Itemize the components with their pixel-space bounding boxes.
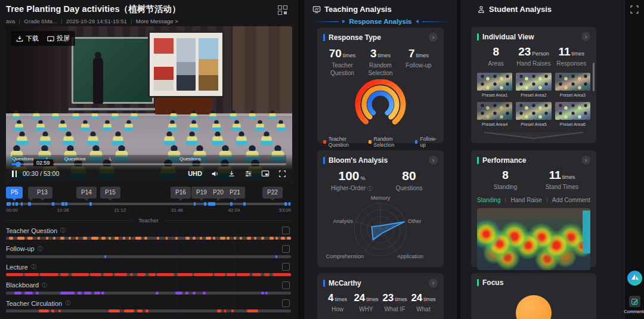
preset-area-2[interactable]: Preset Area2 — [516, 73, 551, 98]
track-bar[interactable] — [6, 273, 291, 276]
student-figure — [168, 120, 177, 131]
preset-caption: Preset Area5 — [516, 122, 551, 127]
track-row: Lecture ⓘ — [6, 262, 291, 281]
page-marker-p14[interactable]: P14 — [76, 187, 97, 199]
stat-standing: 8 Standing — [477, 169, 534, 191]
preset-area-6[interactable]: Preset Area6 — [555, 102, 590, 127]
playhead[interactable] — [16, 162, 21, 167]
pip-button[interactable] — [261, 169, 270, 178]
preset-area-1[interactable]: Preset Area1 — [477, 73, 512, 98]
fullscreen-button[interactable] — [278, 170, 286, 178]
timeline-marker[interactable] — [289, 202, 290, 206]
preset-area-4[interactable]: Preset Area4 — [477, 102, 512, 127]
student-figure — [190, 110, 198, 119]
timeline-marker[interactable] — [230, 202, 233, 206]
more-message-link[interactable]: More Message > — [136, 18, 178, 24]
expand-individual-view-button[interactable]: › — [581, 32, 590, 41]
video-player[interactable]: 下载 投屏 02:59 QuestionsLQuestionsLQuestion… — [6, 26, 292, 183]
track-segment — [185, 292, 188, 295]
timeline-marker[interactable] — [243, 202, 246, 206]
info-icon[interactable]: ⓘ — [31, 264, 36, 270]
timeline-marker[interactable] — [16, 202, 17, 206]
info-icon[interactable]: ⓘ — [367, 185, 373, 191]
track-bar[interactable] — [6, 292, 291, 295]
page-marker-p5[interactable]: P5 — [6, 187, 23, 199]
track-segment — [194, 273, 212, 276]
page-marker-p13[interactable]: P13 — [32, 187, 52, 199]
timeline-marker[interactable] — [284, 202, 287, 206]
preset-area-3[interactable]: Preset Area3 — [555, 73, 590, 98]
comments-button[interactable] — [629, 296, 640, 307]
timeline-marker[interactable] — [194, 202, 196, 206]
gauge-legend: Teacher QuestionRandom SelectionFollow-u… — [323, 136, 438, 148]
timeline-marker[interactable] — [21, 202, 23, 206]
timeline-marker[interactable] — [7, 202, 11, 206]
meta-channel: ava — [6, 18, 15, 24]
individual-view-title: Individual View — [482, 33, 534, 41]
page-title: Tree Planting Day activities（植树节活动） — [6, 4, 181, 15]
track-segment — [237, 273, 250, 276]
download-stream-button[interactable] — [228, 170, 236, 178]
expand-bloom-button[interactable]: › — [429, 156, 438, 165]
svg-text:Other: Other — [408, 218, 422, 224]
timeline-marker[interactable] — [204, 202, 206, 206]
track-bar[interactable] — [6, 309, 291, 312]
timeline-marker[interactable] — [208, 202, 215, 206]
video-overlay-actions: 下载 投屏 — [11, 31, 75, 46]
track-bar[interactable] — [6, 255, 291, 258]
seek-bar[interactable] — [12, 163, 286, 165]
tab-add-comment[interactable]: Add Comment — [552, 197, 590, 203]
tab-standing[interactable]: Standing — [477, 197, 500, 203]
pause-button[interactable] — [12, 171, 17, 177]
expand-mccarthy-button[interactable]: › — [429, 278, 438, 287]
quality-selector[interactable]: UHD — [188, 170, 202, 177]
student-figure — [269, 110, 277, 119]
track-checkbox[interactable] — [282, 299, 290, 307]
expand-response-type-button[interactable]: › — [429, 33, 438, 42]
page-marker-p22[interactable]: P22 — [262, 187, 283, 199]
info-icon[interactable]: ⓘ — [38, 246, 43, 252]
tab-hand-raise[interactable]: Hand Raise — [510, 197, 541, 203]
track-label: Follow-up — [6, 245, 35, 252]
timeline-marker[interactable] — [61, 202, 64, 206]
track-segment — [261, 237, 264, 240]
info-icon[interactable]: ⓘ — [42, 283, 47, 288]
download-video-button[interactable]: 下载 — [16, 34, 39, 43]
preset-area-5[interactable]: Preset Area5 — [516, 102, 551, 127]
track-bar[interactable] — [6, 237, 291, 240]
track-segment — [90, 273, 101, 276]
track-checkbox[interactable] — [282, 263, 290, 271]
tab-response-analysis[interactable]: Response Analysis — [304, 18, 457, 25]
track-segment — [270, 237, 274, 240]
student-figure — [255, 120, 264, 131]
card-scrollbar[interactable] — [593, 63, 595, 91]
track-checkbox[interactable] — [282, 227, 290, 234]
qr-code-icon[interactable] — [278, 5, 287, 15]
track-checkbox[interactable] — [282, 245, 290, 253]
student-figure — [163, 132, 175, 145]
volume-button[interactable] — [211, 170, 219, 178]
track-checkbox[interactable] — [282, 281, 290, 289]
timeline-marker[interactable] — [13, 202, 14, 206]
page-marker-p16[interactable]: P16 — [171, 187, 191, 199]
timeline-marker[interactable] — [28, 202, 30, 206]
timeline-marker[interactable] — [65, 202, 67, 206]
svg-text:Comprehension: Comprehension — [326, 253, 364, 259]
info-icon[interactable]: ⓘ — [65, 301, 70, 306]
fullscreen-icon — [278, 170, 286, 178]
page-marker-p21[interactable]: P21 — [225, 187, 245, 199]
timeline-bar[interactable] — [6, 203, 291, 205]
expand-more-chevron[interactable] — [483, 131, 584, 140]
timeline-marker[interactable] — [52, 202, 54, 206]
expand-panel-button[interactable] — [630, 5, 639, 14]
settings-button[interactable] — [244, 170, 252, 178]
track-segment — [231, 309, 234, 312]
info-icon[interactable]: ⓘ — [60, 228, 66, 233]
timeline-marker[interactable] — [89, 202, 92, 206]
student-figure — [230, 110, 237, 119]
expand-performance-button[interactable]: › — [581, 156, 590, 165]
page-marker-p15[interactable]: P15 — [100, 187, 120, 199]
cast-button[interactable]: 投屏 — [47, 34, 70, 43]
chapter-label: L — [109, 156, 112, 162]
ai-assistant-button[interactable] — [627, 271, 642, 286]
